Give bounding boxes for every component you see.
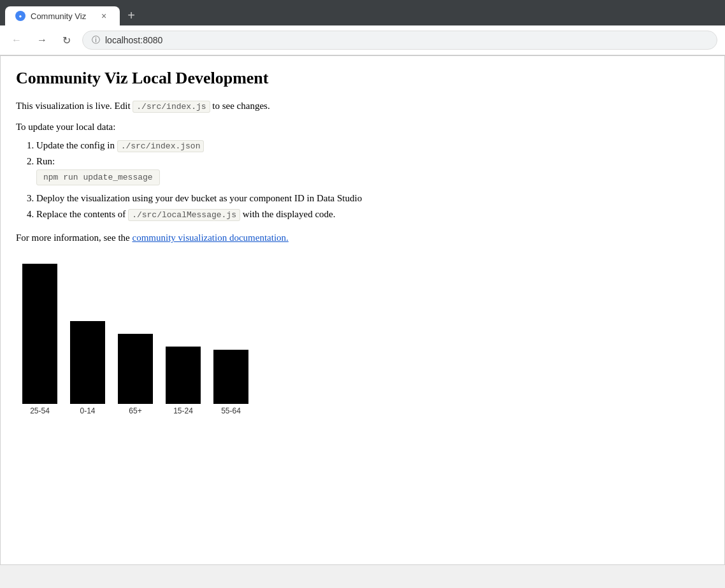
tab-favicon-icon — [15, 11, 25, 21]
docs-link[interactable]: community visualization documentation. — [132, 233, 288, 243]
active-tab[interactable]: Community Viz × — [5, 6, 120, 25]
tab-bar: Community Viz × + — [5, 5, 720, 25]
run-command: npm run update_message — [36, 169, 160, 185]
page-content: Community Viz Local Development This vis… — [0, 55, 725, 565]
step-4-code: ./src/localMessage.js — [128, 209, 240, 221]
chart-bars: 25-540-1465+15-2455-64 — [22, 262, 709, 415]
chart-bar — [22, 264, 57, 404]
intro-text: This visualization is live. Edit — [16, 101, 133, 111]
bar-group: 0-14 — [70, 321, 105, 415]
step-4-text: Replace the contents of — [36, 209, 128, 219]
chart-bar — [166, 347, 201, 404]
chart-container: 25-540-1465+15-2455-64 — [16, 262, 709, 415]
chart-bar — [70, 321, 105, 404]
info-icon: ⓘ — [92, 34, 100, 46]
intro-suffix: to see changes. — [210, 101, 270, 111]
browser-chrome: Community Viz × + — [0, 0, 725, 25]
bar-label: 65+ — [129, 406, 141, 415]
step-4: Replace the contents of ./src/localMessa… — [36, 209, 709, 220]
tab-close-button[interactable]: × — [98, 10, 110, 22]
bar-label: 15-24 — [173, 406, 193, 415]
bar-group: 55-64 — [213, 350, 248, 415]
step-1-code: ./src/index.json — [117, 140, 205, 152]
page-title: Community Viz Local Development — [16, 69, 709, 88]
reload-button[interactable]: ↻ — [59, 32, 75, 49]
step-3: Deploy the visualization using your dev … — [36, 193, 709, 204]
chart-bar — [213, 350, 248, 404]
update-text: To update your local data: — [16, 122, 709, 133]
new-tab-button[interactable]: + — [121, 5, 141, 25]
bar-label: 25-54 — [30, 406, 50, 415]
bar-label: 55-64 — [221, 406, 241, 415]
more-info-paragraph: For more information, see the community … — [16, 233, 709, 243]
steps-list: Update the config in ./src/index.json Ru… — [36, 140, 709, 220]
intro-paragraph: This visualization is live. Edit ./src/i… — [16, 101, 709, 111]
step-1: Update the config in ./src/index.json — [36, 140, 709, 151]
bar-group: 15-24 — [166, 347, 201, 415]
back-button[interactable]: ← — [8, 32, 25, 48]
step-3-text: Deploy the visualization using your dev … — [36, 193, 362, 203]
step-2-text: Run: — [36, 156, 55, 166]
intro-code: ./src/index.js — [133, 101, 210, 113]
step-1-text: Update the config in — [36, 140, 117, 150]
step-4-suffix: with the displayed code. — [240, 209, 336, 219]
more-info-prefix: For more information, see the — [16, 233, 132, 243]
chart-bar — [118, 334, 153, 404]
forward-button[interactable]: → — [33, 32, 51, 48]
url-bar[interactable]: ⓘ localhost:8080 — [82, 31, 717, 50]
bar-group: 25-54 — [22, 264, 57, 415]
step-2: Run: npm run update_message — [36, 156, 709, 188]
url-text: localhost:8080 — [105, 35, 162, 45]
address-bar: ← → ↻ ⓘ localhost:8080 — [0, 25, 725, 55]
bar-label: 0-14 — [80, 406, 95, 415]
tab-title: Community Viz — [31, 11, 86, 21]
bar-group: 65+ — [118, 334, 153, 415]
